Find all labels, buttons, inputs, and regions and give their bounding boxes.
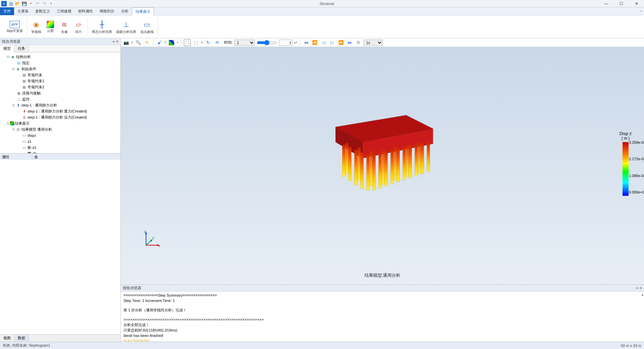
menu-file[interactable]: 文件 <box>0 7 14 15</box>
tree-step-g[interactable]: step-1 : 通用静力分析 重力(Created) <box>27 109 87 114</box>
minimize-button[interactable]: — <box>599 0 614 7</box>
tree-step-p[interactable]: step-1 : 通用静力分析 压力(Created) <box>27 115 87 120</box>
new-icon[interactable]: ▤ <box>8 1 13 6</box>
collapse-icon[interactable]: ⊟ <box>6 55 10 58</box>
first-icon[interactable]: ⏮ <box>303 39 309 46</box>
cloud-button[interactable]: 云图 <box>43 17 57 37</box>
modal-result-button[interactable]: ╫模态分析结果 <box>90 17 114 37</box>
close-panel-icon[interactable]: ✕ <box>116 40 118 43</box>
menu-result[interactable]: 结果展示 <box>132 7 154 15</box>
property-header: 属性 值 <box>0 153 120 160</box>
tree-monitor[interactable]: 监控 <box>21 97 30 102</box>
tree-step[interactable]: step-1 : 通用静力分析 <box>21 103 57 108</box>
brush-icon[interactable]: ✎ <box>144 39 150 46</box>
pick-curve-button[interactable]: ▭选点曲线 <box>138 17 156 37</box>
svg-rect-15 <box>415 144 418 176</box>
close-button[interactable]: ✕ <box>629 0 644 7</box>
frame-spinner-icon[interactable]: ▴▾ <box>294 41 297 44</box>
reset-icon[interactable]: ⟲ <box>213 39 220 46</box>
tree-piles1[interactable]: 桩-s1 <box>27 145 36 150</box>
viewer-toolbar: 📷▾ 🔍 ✎ 🖌▾ ▾ ⛶ ⬚▾ ↻ ⟲ 时间: 1 ▴▾ ⏮ ⏪ ◁ ▷ ⏩ … <box>121 38 644 47</box>
legend-bar <box>623 142 629 196</box>
open-icon[interactable]: 📂 <box>15 1 20 6</box>
app-icon: APP <box>10 21 20 28</box>
palette-icon[interactable] <box>168 39 175 46</box>
axis-triad: z x y <box>141 230 161 251</box>
dropdown-icon[interactable]: ▾ <box>28 1 34 6</box>
log-line: ================Step Summary============… <box>123 293 641 298</box>
save-icon[interactable]: 💾 <box>21 1 27 6</box>
back-icon[interactable]: ◁ <box>320 39 327 46</box>
tab-task[interactable]: 任务 <box>14 45 29 52</box>
left-pane: 组合浏览器 ⇥ ✕ 模型 任务 ⊟◆结构分析 ▤指定 ⊟◉初始条件 ▦常规约束 … <box>0 38 121 342</box>
speed-select[interactable]: 1x <box>364 40 383 46</box>
svg-rect-20 <box>370 150 373 186</box>
tab-data[interactable]: 数据 <box>14 335 29 342</box>
collapse-icon[interactable]: ⊟ <box>11 103 15 107</box>
menu-home[interactable]: 主屏幕 <box>14 7 32 15</box>
pin-icon[interactable]: ⇥ <box>635 286 638 290</box>
report-log[interactable]: ▴ ================Step Summary==========… <box>121 292 644 342</box>
fit-icon[interactable]: ⛶ <box>184 39 191 46</box>
svg-rect-13 <box>403 147 406 180</box>
tree-struct[interactable]: 结构分析 <box>15 54 31 59</box>
svg-rect-3 <box>342 145 345 177</box>
prop-col-value: 值 <box>32 154 120 160</box>
buckling-result-button[interactable]: ⊥屈曲分析结果 <box>114 17 138 37</box>
paint-icon[interactable]: 🖌 <box>156 39 163 46</box>
tree-assign[interactable]: 指定 <box>21 60 30 66</box>
scroll-up-icon[interactable]: ▴ <box>642 292 643 297</box>
ribbon-collapse-icon[interactable]: ⌄ <box>639 9 642 12</box>
menu-param[interactable]: 参数定义 <box>32 7 53 15</box>
dropdown2-icon[interactable]: ▾ <box>48 1 54 6</box>
close-panel-icon[interactable]: ✕ <box>639 286 642 290</box>
camera-icon[interactable]: 📷 <box>123 39 130 46</box>
menu-3dmodel[interactable]: 三维建模 <box>53 7 75 15</box>
vector-button[interactable]: ≋矢量 <box>57 17 71 37</box>
prev-icon[interactable]: ⏪ <box>311 39 318 46</box>
svg-text:z: z <box>144 229 146 233</box>
app-developer-button[interactable]: APP App开发器 <box>5 17 25 37</box>
menu-analysis[interactable]: 分析 <box>118 7 132 15</box>
menu-material[interactable]: 材料属性 <box>75 7 96 15</box>
tree-resmodel[interactable]: 结果模型:通用分析 <box>21 127 52 132</box>
frame-input[interactable] <box>279 40 292 46</box>
tree-contact[interactable]: 连接与接触 <box>21 91 41 96</box>
export-icon[interactable]: ⎘ <box>355 39 362 46</box>
collapse-icon[interactable]: ⊟ <box>11 67 15 71</box>
resmodel-icon: ▥ <box>15 127 21 132</box>
plot-icon: ▭ <box>21 139 27 144</box>
tree-c3[interactable]: 常规约束2 <box>27 85 44 90</box>
tree-dispz[interactable]: dispz <box>27 133 36 137</box>
tree-c2[interactable]: 常规约束1 <box>27 79 44 84</box>
model-tree[interactable]: ⊟◆结构分析 ▤指定 ⊟◉初始条件 ▦常规约束 ▦常规约束1 ▦常规约束2 ▣连… <box>0 52 120 153</box>
slice-button[interactable]: ▱切片 <box>71 17 86 37</box>
collapse-icon[interactable]: ⊟ <box>6 122 10 125</box>
tab-view[interactable]: 视图 <box>0 335 14 342</box>
contour-button[interactable]: ◉等值线 <box>29 17 43 37</box>
maximize-button[interactable]: ☐ <box>614 0 629 7</box>
collapse-icon[interactable]: ⊟ <box>11 128 15 131</box>
select-icon[interactable]: ⬚ <box>193 39 199 46</box>
last-icon[interactable]: ⏭ <box>346 39 353 46</box>
fwd-icon[interactable]: ⏩ <box>338 39 344 46</box>
zoom-icon[interactable]: 🔍 <box>135 39 142 46</box>
menu-mesh[interactable]: 网格剖分 <box>96 7 118 15</box>
color-legend: Disp z ( m ) 3.258e-04 2.172e-04 1.086e-… <box>610 131 641 196</box>
time-slider[interactable] <box>257 40 277 46</box>
pin-icon[interactable]: ⇥ <box>112 40 114 43</box>
undo-icon[interactable]: ↶ <box>35 1 40 6</box>
play-icon[interactable]: ▷ <box>329 39 336 46</box>
tree-c1[interactable]: 常规约束 <box>27 73 42 78</box>
step-icon: ⬇ <box>15 103 21 107</box>
tree-s1[interactable]: s1 <box>27 139 32 143</box>
tab-model[interactable]: 模型 <box>0 45 14 52</box>
refresh-icon[interactable]: ↻ <box>205 39 211 46</box>
time-select[interactable]: 1 <box>235 40 255 46</box>
tree-results[interactable]: 结果展示 <box>14 121 30 126</box>
3d-canvas[interactable]: z x y Disp z ( m ) 3.258e-04 2.172e-04 1… <box>121 47 644 285</box>
browser-tabs: 模型 任务 <box>0 45 120 52</box>
contour-icon: ◉ <box>32 20 41 29</box>
tree-init[interactable]: 初始条件 <box>21 67 36 72</box>
redo-icon[interactable]: ↷ <box>42 1 47 6</box>
